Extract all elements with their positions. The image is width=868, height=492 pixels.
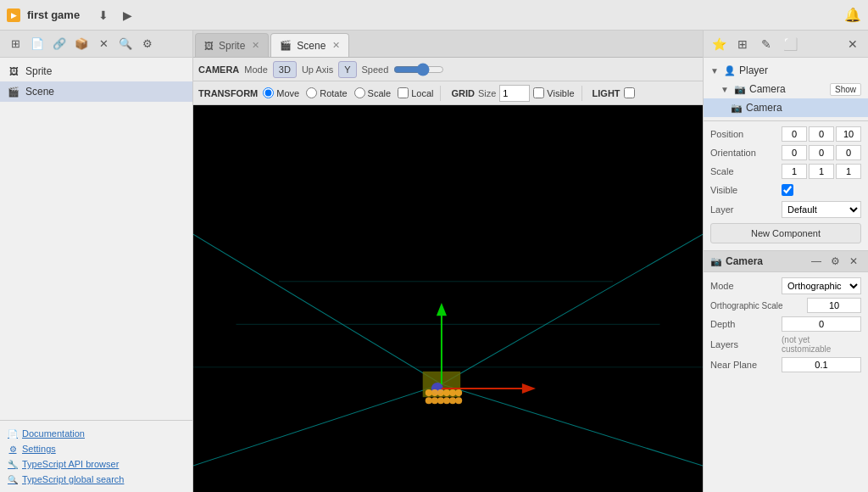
camera-child-icon: 📷 — [731, 102, 743, 114]
tab-scene[interactable]: 🎬 Scene ✕ — [270, 33, 349, 57]
svg-point-20 — [455, 397, 462, 404]
rp-copy-button[interactable]: ⬜ — [780, 35, 800, 53]
grid-label: GRID — [451, 88, 475, 98]
search-button[interactable]: 🔍 — [115, 35, 136, 53]
local-checkbox[interactable] — [398, 87, 409, 98]
grid-visible-item[interactable]: Visible — [533, 87, 574, 98]
visible-prop-checkbox[interactable] — [782, 184, 793, 196]
svg-point-17 — [437, 397, 444, 404]
tree-item-camera-child[interactable]: 📷 Camera — [704, 98, 868, 117]
grid-visible-label: Visible — [547, 88, 574, 98]
tab-sprite[interactable]: 🖼 Sprite ✕ — [195, 33, 269, 57]
orientation-y-input[interactable] — [809, 145, 834, 160]
position-row: Position — [704, 125, 868, 143]
scene-viewport[interactable] — [193, 105, 703, 492]
rp-close-button[interactable]: ✕ — [843, 35, 863, 53]
sidebar-item-scene[interactable]: 🎬 Scene — [0, 81, 192, 102]
package-button[interactable]: 📦 — [71, 35, 92, 53]
svg-line-2 — [442, 234, 703, 384]
visible-prop-label: Visible — [710, 185, 778, 195]
new-component-button[interactable]: New Component — [710, 223, 861, 243]
scene-tab-close[interactable]: ✕ — [332, 40, 340, 51]
tree-item-player[interactable]: ▼ 👤 Player — [704, 61, 868, 80]
speed-slider[interactable] — [393, 64, 444, 75]
scale-x-input[interactable] — [782, 164, 807, 179]
settings-icon: ⚙ — [7, 443, 19, 455]
svg-point-18 — [443, 397, 450, 404]
camera-parent-icon: 📷 — [734, 83, 746, 95]
svg-point-10 — [431, 389, 438, 396]
camera-parent-label: Camera — [749, 83, 826, 95]
up-axis-label: Up Axis — [302, 64, 333, 75]
near-plane-input[interactable] — [782, 357, 861, 372]
up-axis-button[interactable]: Y — [338, 61, 356, 78]
layers-text: (not yet customizable — [782, 335, 861, 354]
position-x-input[interactable] — [782, 126, 807, 142]
orientation-row: Orientation — [704, 143, 868, 162]
typescript-api-link[interactable]: 🔧 TypeScript API browser — [7, 458, 186, 470]
local-checkbox-item[interactable]: Local — [398, 87, 433, 98]
grid-size-input[interactable] — [499, 85, 530, 102]
grid-section: GRID Size Visible — [451, 85, 574, 102]
tree-item-camera-parent[interactable]: ▼ 📷 Camera Show — [704, 80, 868, 98]
new-file-button[interactable]: ⊞ — [5, 35, 25, 53]
camera-mode-value: Orthographic — [782, 277, 861, 294]
light-checkbox[interactable] — [624, 87, 635, 98]
open-button[interactable]: 📄 — [27, 35, 47, 53]
orientation-label: Orientation — [710, 148, 778, 158]
settings-link[interactable]: ⚙ Settings — [7, 443, 186, 455]
typescript-global-link[interactable]: 🔍 TypeScript global search — [7, 473, 186, 485]
rotate-radio[interactable] — [306, 87, 317, 98]
camera-component-close[interactable]: ✕ — [846, 254, 861, 269]
play-button[interactable]: ▶ — [117, 6, 137, 25]
local-label: Local — [411, 88, 433, 98]
camera-toolbar: CAMERA Mode 3D Up Axis Y Speed — [193, 58, 703, 81]
camera-mode-row: Mode Orthographic — [704, 276, 868, 296]
sidebar-item-sprite[interactable]: 🖼 Sprite — [0, 61, 192, 81]
link-button[interactable]: 🔗 — [49, 35, 70, 53]
rotate-label: Rotate — [320, 88, 347, 98]
move-radio-item[interactable]: Move — [263, 87, 299, 98]
app-icon: ▶ — [7, 8, 20, 22]
separator-2 — [581, 86, 582, 101]
camera-component-title: Camera — [726, 255, 805, 267]
move-radio[interactable] — [263, 87, 274, 98]
download-button[interactable]: ⬇ — [93, 6, 114, 25]
doc-icon: 📄 — [7, 428, 19, 439]
ortho-scale-input[interactable] — [807, 298, 861, 313]
mode-label: Mode — [244, 64, 268, 75]
orientation-z-input[interactable] — [836, 145, 861, 160]
camera-show-button[interactable]: Show — [830, 83, 861, 96]
notification-bell[interactable]: 🔔 — [844, 7, 861, 23]
filter-button[interactable]: ⚙ — [137, 35, 158, 53]
sprite-tab-close[interactable]: ✕ — [252, 40, 259, 51]
layer-select[interactable]: Default — [782, 201, 861, 218]
scale-label: Scale — [368, 88, 392, 98]
grid-visible-checkbox[interactable] — [533, 87, 544, 98]
camera-component-minus[interactable]: — — [809, 254, 824, 269]
orientation-x-input[interactable] — [782, 145, 807, 160]
camera-mode-select[interactable]: Orthographic — [782, 277, 861, 294]
position-y-input[interactable] — [809, 126, 834, 142]
close-button[interactable]: ✕ — [93, 35, 114, 53]
scale-y-input[interactable] — [809, 164, 834, 179]
rp-add-button[interactable]: ⊞ — [732, 35, 753, 53]
scale-radio[interactable] — [354, 87, 365, 98]
rp-star-button[interactable]: ⭐ — [709, 35, 729, 53]
camera-component-settings[interactable]: ⚙ — [827, 254, 843, 269]
main-layout: ⊞ 📄 🔗 📦 ✕ 🔍 ⚙ 🖼 Sprite 🎬 Scene 📄 Documen… — [0, 31, 868, 492]
mode-3d-button[interactable]: 3D — [273, 61, 297, 78]
scale-z-input[interactable] — [836, 164, 861, 179]
svg-line-1 — [193, 384, 442, 466]
depth-input[interactable] — [782, 316, 861, 332]
rotate-radio-item[interactable]: Rotate — [306, 87, 347, 98]
position-z-input[interactable] — [836, 126, 861, 142]
typescript-api-label: TypeScript API browser — [22, 459, 119, 469]
rp-edit-button[interactable]: ✎ — [756, 35, 776, 53]
near-plane-value — [782, 357, 861, 372]
sidebar-item-sprite-label: Sprite — [25, 65, 52, 77]
documentation-link[interactable]: 📄 Documentation — [7, 428, 186, 439]
player-expand-icon: ▼ — [710, 66, 721, 75]
light-section: LIGHT — [593, 87, 635, 98]
scale-radio-item[interactable]: Scale — [354, 87, 392, 98]
